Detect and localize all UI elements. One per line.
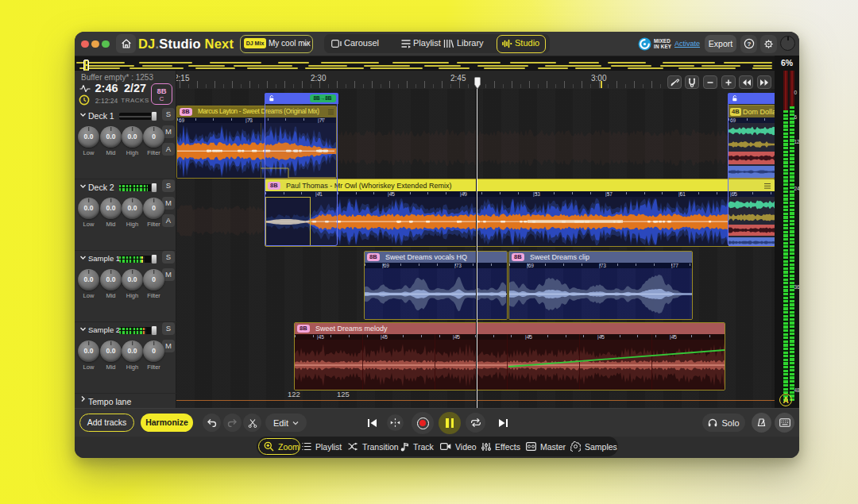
svg-text:?: ? [747, 40, 751, 48]
